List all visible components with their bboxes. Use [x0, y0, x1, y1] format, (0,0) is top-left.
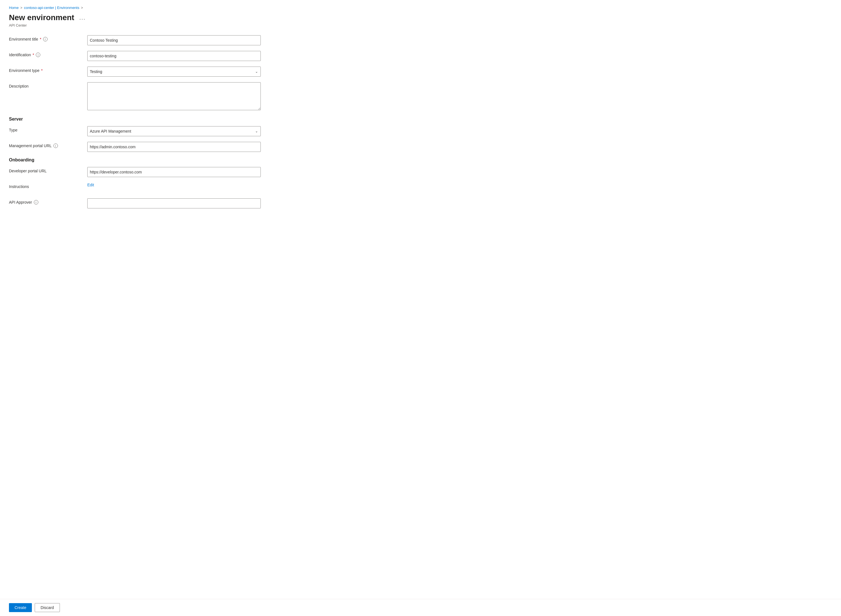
- breadcrumb-environments[interactable]: contoso-api-center | Environments: [24, 6, 79, 10]
- environment-title-row: Environment title * i: [9, 35, 327, 45]
- server-type-select[interactable]: Azure API Management AWS API Gateway Kon…: [87, 126, 261, 136]
- management-portal-url-row: Management portal URL i: [9, 142, 327, 152]
- management-portal-url-label: Management portal URL i: [9, 142, 87, 148]
- environment-title-info-icon[interactable]: i: [43, 37, 48, 41]
- page-title: New environment: [9, 13, 74, 22]
- api-approver-info-icon[interactable]: i: [34, 200, 38, 204]
- api-approver-label: API Approver i: [9, 198, 87, 204]
- environment-title-control: [87, 35, 261, 45]
- developer-portal-url-label: Developer portal URL: [9, 167, 87, 173]
- breadcrumb-sep2: >: [81, 6, 83, 10]
- required-star: *: [40, 37, 41, 41]
- identification-row: Identification * i: [9, 51, 327, 61]
- environment-title-input[interactable]: [87, 35, 261, 45]
- environment-type-label: Environment type *: [9, 67, 87, 73]
- environment-type-control: Testing Production Development Staging ⌄: [87, 67, 261, 77]
- developer-portal-url-input[interactable]: [87, 167, 261, 177]
- environment-title-label: Environment title * i: [9, 35, 87, 41]
- breadcrumb-sep1: >: [21, 6, 22, 10]
- bottom-action-bar: Create Discard: [0, 599, 841, 616]
- identification-info-icon[interactable]: i: [36, 53, 40, 57]
- environment-type-row: Environment type * Testing Production De…: [9, 67, 327, 77]
- developer-portal-url-control: [87, 167, 261, 177]
- create-button[interactable]: Create: [9, 603, 32, 612]
- more-options-button[interactable]: ...: [77, 13, 88, 22]
- management-portal-info-icon[interactable]: i: [53, 144, 58, 148]
- management-portal-url-input[interactable]: [87, 142, 261, 152]
- developer-portal-url-row: Developer portal URL: [9, 167, 327, 177]
- breadcrumb: Home > contoso-api-center | Environments…: [9, 6, 327, 10]
- form-section: Environment title * i Identification * i…: [9, 35, 327, 208]
- instructions-row: Instructions Edit: [9, 183, 327, 193]
- identification-input[interactable]: [87, 51, 261, 61]
- instructions-edit-link[interactable]: Edit: [87, 183, 94, 187]
- api-approver-input[interactable]: [87, 198, 261, 208]
- description-label: Description: [9, 82, 87, 88]
- onboarding-section-heading: Onboarding: [9, 157, 327, 163]
- management-portal-url-control: [87, 142, 261, 152]
- env-type-required-star: *: [41, 68, 43, 73]
- discard-button[interactable]: Discard: [35, 603, 60, 612]
- server-type-row: Type Azure API Management AWS API Gatewa…: [9, 126, 327, 136]
- page-header: New environment ...: [9, 13, 327, 22]
- identification-control: [87, 51, 261, 61]
- breadcrumb-home[interactable]: Home: [9, 6, 19, 10]
- server-type-control: Azure API Management AWS API Gateway Kon…: [87, 126, 261, 136]
- api-approver-control: [87, 198, 261, 208]
- description-row: Description: [9, 82, 327, 111]
- identification-label: Identification * i: [9, 51, 87, 57]
- api-approver-row: API Approver i: [9, 198, 327, 208]
- page-subtitle: API Center: [9, 23, 327, 28]
- onboarding-section: Onboarding: [9, 157, 327, 163]
- identification-required-star: *: [33, 53, 34, 57]
- description-control: [87, 82, 261, 111]
- server-section-heading: Server: [9, 117, 327, 122]
- server-type-label: Type: [9, 126, 87, 132]
- instructions-control: Edit: [87, 183, 261, 187]
- instructions-label: Instructions: [9, 183, 87, 189]
- description-textarea[interactable]: [87, 82, 261, 110]
- server-section: Server: [9, 117, 327, 122]
- environment-type-select[interactable]: Testing Production Development Staging: [87, 67, 261, 77]
- environment-type-select-wrapper: Testing Production Development Staging ⌄: [87, 67, 261, 77]
- server-type-select-wrapper: Azure API Management AWS API Gateway Kon…: [87, 126, 261, 136]
